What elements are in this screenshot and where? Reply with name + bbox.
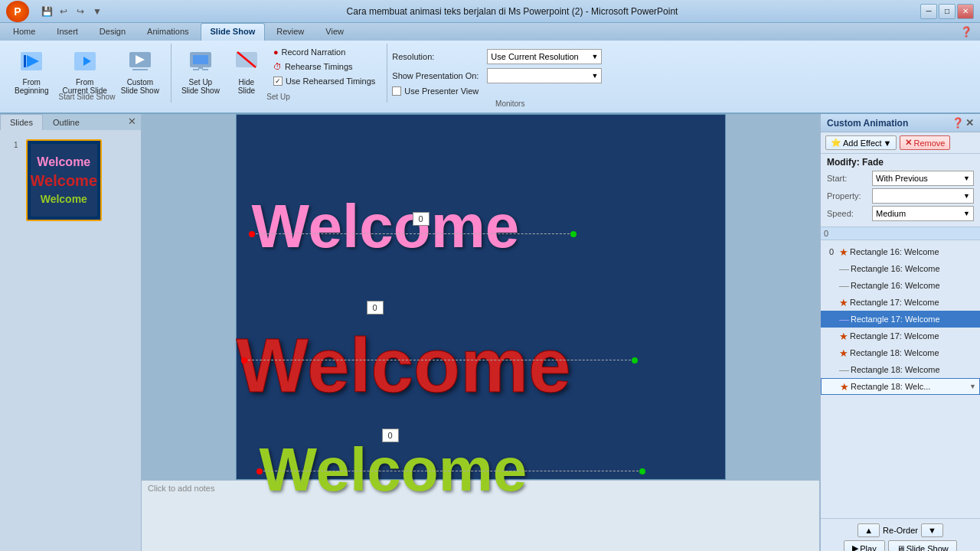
slide-editor[interactable]: 0 Welcome 0 Welcome 0	[142, 114, 819, 480]
anim-item-5[interactable]: — Rectangle 17: Welcome	[821, 311, 980, 328]
counter-badge-3: 0	[382, 429, 399, 442]
property-dropdown[interactable]: ▼	[872, 188, 974, 204]
start-label: Start:	[827, 174, 869, 183]
anim-dash-2: —	[839, 263, 849, 275]
presenter-checkbox[interactable]	[392, 86, 401, 96]
hide-slide-label: HideSlide	[238, 78, 255, 95]
main-area: Slides Outline ✕ 1 Welcome Welcome Welco…	[0, 114, 980, 551]
svg-rect-7	[132, 69, 148, 70]
tab-review[interactable]: Review	[266, 23, 314, 41]
hide-slide-button[interactable]: HideSlide	[228, 45, 265, 91]
motion-end-3	[639, 468, 645, 474]
anim-star-6: ★	[839, 331, 848, 342]
ribbon: Home Insert Design Animations Slide Show…	[0, 23, 980, 114]
panel-close-button[interactable]: ✕	[123, 114, 141, 130]
save-icon[interactable]: 💾	[40, 5, 54, 18]
tab-outline[interactable]: Outline	[43, 114, 90, 130]
custom-animation-panel: Custom Animation ❓ ✕ ⭐ Add Effect ▼ ✕ Re…	[819, 114, 980, 551]
tab-slideshow[interactable]: Slide Show	[201, 23, 266, 41]
use-rehearsed-label: Use Rehearsed Timings	[286, 77, 375, 86]
tab-view[interactable]: View	[315, 23, 354, 41]
office-logo: P	[6, 1, 29, 22]
reorder-down-button[interactable]: ▼	[921, 523, 943, 537]
monitors-group-label: Monitors	[392, 99, 628, 108]
remove-button[interactable]: ✕ Remove	[900, 135, 950, 150]
play-controls: ▶ Play 🖥 Slide Show	[825, 540, 975, 551]
tab-animations[interactable]: Animations	[137, 23, 198, 41]
speed-value: Medium	[876, 209, 906, 218]
play-button[interactable]: ▶ Play	[844, 540, 884, 551]
anim-dash-3: —	[839, 280, 849, 292]
record-narration-button[interactable]: ● Record Narration	[268, 45, 381, 59]
ribbon-group-setup: Set UpSlide Show HideSlide ● Record Narr…	[173, 44, 387, 103]
ribbon-help[interactable]: ❓	[956, 23, 977, 41]
maximize-button[interactable]: □	[939, 4, 956, 19]
undo-icon[interactable]: ↩	[57, 5, 70, 18]
welcome-text-1[interactable]: Welcome	[252, 191, 520, 262]
from-beginning-button[interactable]: FromBeginning	[9, 45, 54, 91]
add-effect-button[interactable]: ⭐ Add Effect ▼	[825, 135, 897, 150]
anim-item-1[interactable]: 0 ★ Rectangle 16: Welcome	[821, 243, 980, 260]
anim-text-7: Rectangle 18: Welcome	[850, 348, 977, 357]
anim-item-6[interactable]: ★ Rectangle 17: Welcome	[821, 328, 980, 344]
anim-help-icon[interactable]: ❓	[952, 117, 964, 129]
add-icon: ⭐	[831, 138, 841, 148]
anim-item-8[interactable]: — Rectangle 18: Welcome	[821, 361, 980, 378]
redo-icon[interactable]: ↪	[74, 5, 87, 18]
slide-thumbnail-1[interactable]: Welcome Welcome Welcome	[26, 139, 102, 221]
anim-item-9-arrow[interactable]: ▼	[969, 383, 976, 390]
rehearsed-checkbox[interactable]: ✓	[273, 77, 283, 86]
anim-item-9[interactable]: ★ Rectangle 18: Welc... ▼	[821, 378, 980, 395]
panel-tabs: Slides Outline ✕	[0, 114, 141, 130]
anim-close-icon[interactable]: ✕	[965, 117, 974, 129]
quick-access-more[interactable]: ▼	[90, 5, 104, 18]
show-on-dropdown[interactable]: ▼	[487, 68, 602, 83]
rehearse-timings-button[interactable]: ⏱ Rehearse Timings	[268, 60, 381, 73]
anim-panel-title: Custom Animation	[827, 118, 908, 129]
resolution-dropdown[interactable]: Use Current Resolution ▼	[487, 49, 602, 64]
setup-small-buttons: ● Record Narration ⏱ Rehearse Timings ✓ …	[268, 45, 381, 88]
tab-home[interactable]: Home	[3, 23, 45, 41]
reorder-label: Re-Order	[883, 526, 918, 535]
from-current-slide-button[interactable]: FromCurrent Slide	[57, 45, 112, 91]
tab-slides[interactable]: Slides	[0, 114, 43, 130]
anim-star-7: ★	[839, 347, 848, 359]
remove-label: Remove	[913, 139, 945, 148]
anim-item-7[interactable]: ★ Rectangle 18: Welcome	[821, 344, 980, 361]
slideshow-button[interactable]: 🖥 Slide Show	[888, 540, 957, 551]
record-narration-label: Record Narration	[282, 47, 346, 57]
anim-text-3: Rectangle 16: Welcome	[851, 281, 977, 290]
start-slideshow-group-label: Start Slide Show	[58, 93, 115, 101]
tab-design[interactable]: Design	[90, 23, 136, 41]
svg-rect-12	[198, 66, 203, 69]
tab-insert[interactable]: Insert	[47, 23, 88, 41]
welcome-text-2[interactable]: Welcome	[237, 321, 571, 409]
use-rehearsed-button[interactable]: ✓ Use Rehearsed Timings	[268, 74, 381, 88]
show-on-label: Show Presentation On:	[392, 71, 484, 80]
reorder-down-icon: ▼	[928, 526, 936, 535]
remove-x-icon: ✕	[905, 138, 912, 148]
from-beginning-label: FromBeginning	[15, 78, 48, 95]
add-effect-label: Add Effect	[843, 139, 882, 148]
speed-label: Speed:	[827, 209, 869, 218]
speed-dropdown[interactable]: Medium ▼	[872, 206, 974, 221]
start-dropdown[interactable]: With Previous ▼	[872, 171, 974, 186]
setup-buttons: Set UpSlide Show HideSlide ● Record Narr…	[176, 45, 381, 91]
close-button[interactable]: ✕	[957, 4, 974, 19]
welcome-text-3[interactable]: Welcome	[260, 435, 528, 505]
reorder-up-button[interactable]: ▲	[858, 523, 880, 537]
ribbon-group-start-slideshow: FromBeginning FromCurrent Slide CustomSl…	[6, 44, 172, 103]
custom-show-icon	[128, 49, 152, 77]
setup-slide-show-button[interactable]: Set UpSlide Show	[176, 45, 225, 91]
anim-item-2[interactable]: — Rectangle 16: Welcome	[821, 260, 980, 277]
play-label: Play	[860, 544, 876, 552]
anim-item-3[interactable]: — Rectangle 16: Welcome	[821, 277, 980, 294]
anim-star-9: ★	[840, 381, 849, 393]
custom-slide-show-button[interactable]: CustomSlide Show	[116, 45, 165, 91]
minimize-button[interactable]: ─	[920, 4, 937, 19]
counter-badge-2: 0	[367, 301, 384, 315]
anim-item-4[interactable]: ★ Rectangle 17: Welcome	[821, 294, 980, 311]
resolution-value: Use Current Resolution	[491, 52, 578, 61]
setup-icon	[188, 49, 213, 77]
motion-end-2	[632, 357, 638, 364]
